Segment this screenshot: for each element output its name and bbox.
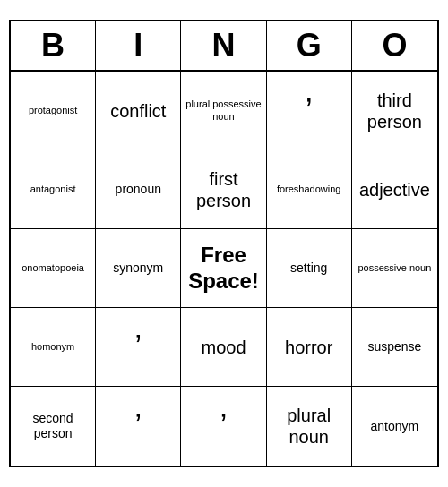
cell-text: Free Space! bbox=[185, 243, 262, 295]
bingo-cell: foreshadowing bbox=[267, 150, 352, 229]
bingo-cell: possessive noun bbox=[352, 229, 437, 308]
header-letter: G bbox=[267, 21, 352, 70]
cell-text: pronoun bbox=[116, 182, 161, 197]
header-letter: I bbox=[96, 21, 181, 70]
bingo-cell: antagonist bbox=[11, 150, 96, 229]
cell-text: possessive noun bbox=[358, 262, 431, 274]
cell-text: ’ bbox=[306, 95, 313, 127]
bingo-cell: second person bbox=[11, 387, 96, 466]
cell-text: ’ bbox=[134, 331, 142, 363]
bingo-cell: plural possessive noun bbox=[181, 72, 266, 150]
bingo-cell: protagonist bbox=[11, 72, 96, 150]
cell-text: plural possessive noun bbox=[185, 98, 262, 122]
bingo-cell: synonym bbox=[96, 229, 181, 308]
bingo-card: BINGO protagonistconflictplural possessi… bbox=[9, 20, 439, 467]
cell-text: plural noun bbox=[271, 405, 348, 448]
bingo-cell: setting bbox=[267, 229, 352, 308]
cell-text: onomatopoeia bbox=[22, 262, 84, 274]
bingo-cell: ’ bbox=[181, 387, 266, 466]
cell-text: adjective bbox=[359, 179, 430, 201]
bingo-cell: plural noun bbox=[267, 387, 352, 466]
bingo-cell: mood bbox=[181, 308, 266, 387]
cell-text: homonym bbox=[31, 341, 74, 353]
bingo-cell: ’ bbox=[267, 72, 352, 150]
cell-text: horror bbox=[285, 337, 332, 358]
cell-text: antagonist bbox=[30, 184, 76, 195]
cell-text: first person bbox=[185, 168, 262, 211]
bingo-cell: conflict bbox=[96, 72, 181, 150]
header-letter: N bbox=[181, 21, 266, 70]
bingo-cell: ’ bbox=[96, 308, 181, 387]
bingo-cell: horror bbox=[267, 308, 352, 387]
bingo-grid: protagonistconflictplural possessive nou… bbox=[11, 72, 437, 466]
cell-text: ’ bbox=[220, 410, 227, 442]
bingo-cell: third person bbox=[352, 72, 437, 150]
cell-text: synonym bbox=[113, 261, 163, 276]
bingo-header: BINGO bbox=[11, 21, 437, 72]
cell-text: second person bbox=[14, 411, 91, 441]
header-letter: B bbox=[11, 21, 96, 70]
cell-text: foreshadowing bbox=[277, 184, 341, 195]
cell-text: setting bbox=[290, 261, 327, 276]
bingo-cell: homonym bbox=[11, 308, 96, 387]
cell-text: ’ bbox=[134, 410, 142, 442]
bingo-cell: pronoun bbox=[96, 150, 181, 229]
bingo-cell: first person bbox=[181, 150, 266, 229]
cell-text: antonym bbox=[371, 419, 419, 434]
bingo-cell: onomatopoeia bbox=[11, 229, 96, 308]
cell-text: third person bbox=[356, 90, 434, 132]
bingo-cell: adjective bbox=[352, 150, 437, 229]
bingo-cell: antonym bbox=[352, 387, 437, 466]
cell-text: mood bbox=[201, 337, 246, 358]
bingo-cell: Free Space! bbox=[181, 229, 266, 308]
cell-text: conflict bbox=[110, 100, 166, 122]
header-letter: O bbox=[352, 21, 437, 70]
bingo-cell: suspense bbox=[352, 308, 437, 387]
cell-text: protagonist bbox=[29, 105, 77, 116]
cell-text: suspense bbox=[367, 339, 421, 355]
bingo-cell: ’ bbox=[96, 387, 181, 466]
